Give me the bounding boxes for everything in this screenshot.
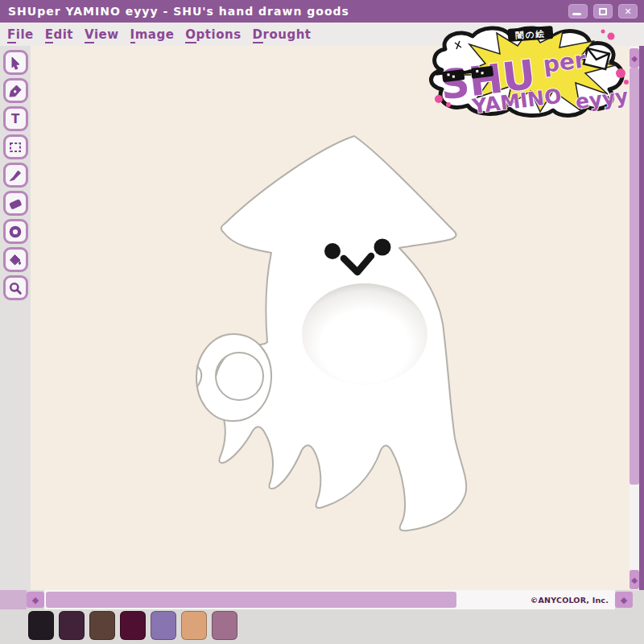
menu-file[interactable]: File — [7, 27, 34, 42]
vertical-scroll-thumb[interactable] — [630, 68, 639, 485]
brush-icon — [8, 168, 23, 183]
text-icon: T — [8, 112, 23, 126]
scroll-up-icon: ◆ — [631, 54, 638, 63]
select-icon — [8, 140, 23, 155]
title-bar: SHUper YAMINO eyyy - SHU's hand drawn go… — [0, 0, 644, 23]
menu-image[interactable]: Image — [130, 27, 175, 42]
main-area: T — [0, 46, 644, 590]
scroll-up-button[interactable]: ◆ — [630, 48, 639, 68]
magnifier-icon — [8, 281, 23, 295]
menu-drought[interactable]: Drought — [253, 27, 312, 42]
tool-button-fill[interactable] — [3, 247, 28, 272]
close-icon: ✕ — [624, 7, 631, 16]
window-title: SHUper YAMINO eyyy - SHU's hand drawn go… — [8, 5, 349, 18]
color-swatch-1[interactable] — [28, 611, 54, 640]
vertical-scroll-track[interactable] — [630, 68, 639, 570]
fill-bucket-icon — [8, 253, 23, 267]
tool-button-ellipse[interactable] — [3, 219, 28, 244]
color-swatch-4[interactable] — [120, 611, 146, 640]
menu-bar: File Edit View Image Options Drought — [0, 23, 644, 46]
scroll-left-icon: ◆ — [32, 595, 39, 605]
pointer-icon — [8, 56, 23, 70]
scroll-down-icon: ◆ — [631, 576, 638, 584]
scrollbar-left-cap — [0, 590, 27, 609]
maximize-button[interactable] — [593, 4, 613, 19]
window-right-border — [639, 46, 644, 590]
tool-button-pen[interactable] — [3, 78, 28, 103]
color-swatch-6[interactable] — [181, 611, 207, 640]
ellipse-icon — [8, 225, 23, 239]
eraser-icon — [8, 196, 23, 211]
scroll-left-button[interactable]: ◆ — [27, 592, 44, 608]
tool-button-zoom[interactable] — [3, 275, 28, 300]
color-palette — [0, 609, 644, 644]
horizontal-scroll-thumb[interactable] — [46, 592, 456, 608]
menu-view[interactable]: View — [85, 27, 119, 42]
squid-drawing — [31, 46, 630, 590]
tool-button-pointer[interactable] — [3, 50, 28, 75]
scroll-right-icon: ◆ — [621, 595, 627, 605]
drawing-canvas[interactable] — [31, 46, 630, 590]
color-swatch-5[interactable] — [151, 611, 176, 640]
pen-icon — [8, 84, 23, 98]
window-controls: ✕ — [568, 4, 638, 19]
tool-palette: T — [0, 46, 31, 590]
menu-edit[interactable]: Edit — [45, 27, 73, 42]
color-swatch-3[interactable] — [89, 611, 115, 640]
maximize-icon — [599, 8, 607, 15]
horizontal-scrollbar: ◆ ©ANYCOLOR, Inc. ◆ — [0, 590, 644, 609]
app-window: SHUper YAMINO eyyy - SHU's hand drawn go… — [0, 0, 644, 644]
scroll-right-button[interactable]: ◆ — [615, 592, 633, 608]
copyright-text: ©ANYCOLOR, Inc. — [530, 590, 609, 609]
scrollbar-corner — [633, 590, 644, 609]
color-swatch-7[interactable] — [212, 611, 237, 640]
svg-text:T: T — [11, 112, 20, 126]
scroll-down-button[interactable]: ◆ — [630, 570, 639, 589]
tool-button-eraser[interactable] — [3, 191, 28, 216]
menu-options[interactable]: Options — [185, 27, 241, 42]
tool-button-text[interactable]: T — [3, 106, 28, 131]
vertical-scrollbar: ◆ ◆ — [630, 46, 639, 590]
tool-button-select[interactable] — [3, 134, 28, 159]
close-button[interactable]: ✕ — [618, 4, 638, 19]
horizontal-scroll-track[interactable]: ©ANYCOLOR, Inc. — [44, 590, 615, 609]
tool-button-brush[interactable] — [3, 163, 28, 188]
color-swatch-2[interactable] — [59, 611, 85, 640]
minimize-icon — [572, 13, 581, 15]
minimize-button[interactable] — [568, 4, 588, 19]
